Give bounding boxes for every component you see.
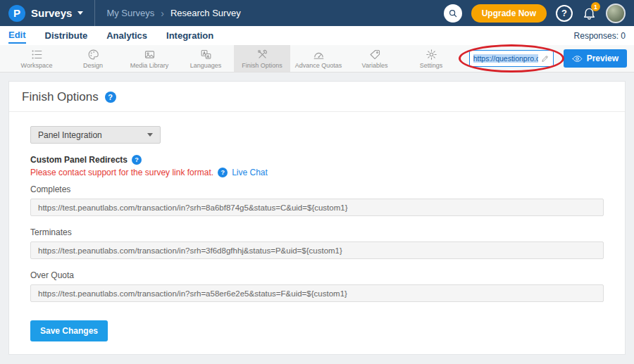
- edit-toolbar: Workspace Design Media Library Languages…: [0, 45, 634, 73]
- custom-redirects-row: Custom Panel Redirects ?: [30, 155, 604, 165]
- toolbar-item-media-library[interactable]: Media Library: [121, 45, 178, 72]
- over-quota-url-input[interactable]: [30, 284, 604, 302]
- breadcrumb: My Surveys › Research Survey: [106, 8, 240, 19]
- panel-integration-value: Panel Integration: [38, 130, 102, 140]
- upgrade-now-button[interactable]: Upgrade Now: [471, 4, 547, 23]
- tab-analytics[interactable]: Analytics: [106, 28, 147, 43]
- panel-integration-dropdown[interactable]: Panel Integration: [30, 126, 161, 144]
- survey-url-input[interactable]: https://questionpro.com/t/A: [469, 50, 554, 67]
- product-switcher[interactable]: P Surveys: [8, 0, 95, 26]
- search-icon: [448, 8, 458, 18]
- help-icon[interactable]: ?: [132, 155, 142, 165]
- notification-badge: 1: [591, 2, 600, 11]
- tab-distribute[interactable]: Distribute: [45, 28, 88, 43]
- gear-icon: [425, 49, 437, 61]
- custom-redirects-label: Custom Panel Redirects: [30, 155, 128, 165]
- topbar-actions: Upgrade Now ? 1: [444, 4, 626, 23]
- search-button[interactable]: [444, 4, 462, 23]
- toolbar-item-label: Workspace: [21, 62, 53, 69]
- help-button[interactable]: ?: [556, 5, 573, 22]
- tools-icon: [256, 49, 268, 61]
- chevron-down-icon: [147, 133, 153, 137]
- toolbar-item-label: Advance Quotas: [295, 62, 342, 69]
- live-chat-link[interactable]: Live Chat: [232, 168, 268, 177]
- breadcrumb-survey-name: Research Survey: [170, 8, 241, 18]
- preview-label: Preview: [587, 54, 619, 63]
- questionpro-logo-icon: P: [8, 5, 25, 22]
- palette-icon: [87, 49, 99, 61]
- live-chat-icon[interactable]: ?: [218, 168, 228, 177]
- toolbar-item-workspace[interactable]: Workspace: [8, 45, 65, 72]
- redirect-field-terminates: Terminates: [30, 227, 604, 259]
- toolbar-item-label: Finish Options: [242, 62, 282, 69]
- breadcrumb-separator: ›: [161, 8, 164, 19]
- save-changes-button[interactable]: Save Changes: [30, 320, 108, 341]
- toolbar-item-label: Variables: [362, 62, 388, 69]
- preview-button[interactable]: Preview: [564, 49, 627, 68]
- toolbar-item-label: Design: [83, 62, 103, 69]
- field-label-terminates: Terminates: [30, 227, 604, 237]
- tab-edit[interactable]: Edit: [8, 27, 26, 44]
- eye-icon: [572, 54, 583, 64]
- help-icon[interactable]: ?: [105, 92, 116, 103]
- toolbar-item-languages[interactable]: Languages: [178, 45, 234, 72]
- user-avatar[interactable]: [606, 4, 626, 23]
- edit-pencil-icon[interactable]: [541, 54, 549, 63]
- card-header: Finish Options ?: [9, 82, 625, 111]
- toolbar-item-label: Media Library: [130, 62, 169, 69]
- finish-options-card: Finish Options ? Panel Integration Custo…: [8, 81, 626, 355]
- workspace-icon: [31, 49, 43, 61]
- brand-name: Surveys: [31, 7, 72, 19]
- tab-integration[interactable]: Integration: [166, 28, 213, 43]
- completes-url-input[interactable]: [30, 199, 604, 216]
- content-area: Finish Options ? Panel Integration Custo…: [0, 73, 634, 363]
- field-label-completes: Completes: [30, 184, 604, 194]
- survey-url-value: https://questionpro.com/t/A: [473, 54, 538, 63]
- toolbar-item-settings[interactable]: Settings: [403, 45, 459, 72]
- gauge-icon: [313, 49, 325, 61]
- redirect-field-completes: Completes: [30, 184, 604, 216]
- toolbar-item-design[interactable]: Design: [65, 45, 121, 72]
- tag-icon: [369, 49, 381, 61]
- card-body: Panel Integration Custom Panel Redirects…: [9, 112, 625, 354]
- breadcrumb-my-surveys[interactable]: My Surveys: [106, 8, 154, 18]
- responses-count: Responses: 0: [574, 31, 626, 41]
- toolbar-item-advance-quotas[interactable]: Advance Quotas: [290, 45, 347, 72]
- section-nav: Edit Distribute Analytics Integration Re…: [0, 26, 634, 45]
- page-title: Finish Options: [22, 90, 99, 104]
- toolbar-item-finish-options[interactable]: Finish Options: [234, 45, 290, 72]
- terminates-url-input[interactable]: [30, 241, 604, 259]
- field-label-over-quota: Over Quota: [30, 270, 604, 280]
- support-note: Please contact support for the survey li…: [30, 168, 213, 177]
- toolbar-item-label: Languages: [190, 62, 222, 69]
- survey-url-wrap: https://questionpro.com/t/A: [469, 50, 554, 67]
- chevron-down-icon: [77, 11, 83, 15]
- notifications-button[interactable]: 1: [582, 6, 597, 20]
- toolbar-item-variables[interactable]: Variables: [347, 45, 403, 72]
- toolbar-item-label: Settings: [420, 62, 443, 69]
- languages-icon: [200, 49, 212, 61]
- redirect-field-over-quota: Over Quota: [30, 270, 604, 302]
- toolbar-right: https://questionpro.com/t/A Preview: [469, 45, 634, 72]
- support-note-row: Please contact support for the survey li…: [30, 168, 604, 177]
- topbar: P Surveys My Surveys › Research Survey U…: [0, 0, 634, 26]
- image-icon: [144, 49, 156, 61]
